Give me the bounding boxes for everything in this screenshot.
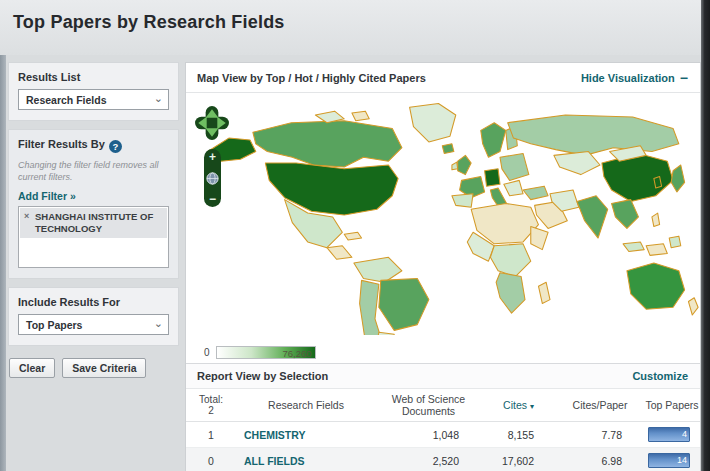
report-table: Total: 2 Research Fields Web of Science … [186,389,700,471]
filter-note: Changing the filter field removes all cu… [18,159,169,183]
clear-button[interactable]: Clear [9,358,55,378]
world-map[interactable] [200,95,700,335]
map-legend-gradient: 76,260 [216,346,316,359]
remove-filter-icon[interactable]: × [24,211,29,222]
results-list-section: Results List Research Fields ⌄ [8,62,179,121]
content-panel: Map View by Top / Hot / Highly Cited Pap… [185,62,701,471]
results-list-dropdown[interactable]: Research Fields ⌄ [18,89,169,110]
window-edge-left [0,55,6,471]
chevron-down-icon: ⌄ [154,319,163,327]
globe-icon[interactable] [206,172,219,185]
legend-max-value: 76,260 [283,348,312,359]
top-papers-value: 14 [677,455,687,465]
sidebar-buttons: Clear Save Criteria [8,354,179,378]
column-research-fields: Research Fields [236,399,376,411]
legend-min-value: 0 [204,347,210,358]
column-cites-per-paper: Cites/Paper [556,399,644,411]
top-papers-bar: 4 [648,427,690,442]
chevron-down-icon: ⌄ [154,94,163,102]
cites-value: 8,155 [481,429,556,441]
help-icon[interactable]: ? [109,140,122,153]
hide-visualization-link[interactable]: Hide Visualization − [581,70,688,86]
table-row: 0 ALL FIELDS 2,520 17,602 6.98 14 [186,448,700,471]
cites-value: 17,602 [481,455,556,467]
table-header-row: Total: 2 Research Fields Web of Science … [186,389,700,422]
active-filters-list: × SHANGHAI INSTITUTE OF TECHNOLOGY [18,206,169,268]
top-papers-value: 4 [682,429,687,439]
column-cites-sortable[interactable]: Cites ▾ [481,399,556,411]
include-results-label: Include Results For [18,296,169,308]
minus-icon: − [680,70,688,86]
add-filter-link[interactable]: Add Filter » [18,190,169,202]
research-field-link[interactable]: ALL FIELDS [236,455,376,467]
include-results-value: Top Papers [26,319,82,331]
row-number: 0 [186,455,236,467]
save-criteria-button[interactable]: Save Criteria [62,358,146,378]
results-list-value: Research Fields [26,94,107,106]
cites-per-paper-value: 7.78 [556,429,644,441]
window-edge-right [701,0,710,471]
sidebar: Results List Research Fields ⌄ Filter Re… [8,62,179,378]
map-legend: 0 76,260 [186,341,700,363]
report-header: Report View by Selection Customize [186,364,700,389]
research-field-link[interactable]: CHEMISTRY [236,429,376,441]
pan-compass-control[interactable] [194,105,230,141]
top-papers-bar: 14 [648,453,690,468]
zoom-out-button[interactable]: − [209,193,216,205]
filter-item[interactable]: × SHANGHAI INSTITUTE OF TECHNOLOGY [20,208,167,238]
filter-item-label: SHANGHAI INSTITUTE OF TECHNOLOGY [35,211,153,234]
column-top-papers: Top Papers [644,399,700,411]
customize-link[interactable]: Customize [632,370,688,382]
results-list-label: Results List [18,71,169,83]
page-header: Top Papers by Research Fields [0,0,710,55]
documents-value: 1,048 [376,429,481,441]
filter-label: Filter Results By [18,138,105,150]
sort-down-icon: ▾ [530,402,534,411]
map-area: + − [186,93,700,341]
include-results-section: Include Results For Top Papers ⌄ [8,287,179,346]
cites-per-paper-value: 6.98 [556,455,644,467]
map-title: Map View by Top / Hot / Highly Cited Pap… [197,72,426,84]
map-header: Map View by Top / Hot / Highly Cited Pap… [186,63,700,93]
page-title: Top Papers by Research Fields [13,12,710,33]
table-row: 1 CHEMISTRY 1,048 8,155 7.78 4 [186,422,700,448]
documents-value: 2,520 [376,455,481,467]
report-title: Report View by Selection [197,370,328,382]
filter-section: Filter Results By? Changing the filter f… [8,129,179,279]
column-total: Total: 2 [186,394,236,417]
column-wos-documents: Web of Science Documents [376,393,481,417]
row-number: 1 [186,429,236,441]
include-results-dropdown[interactable]: Top Papers ⌄ [18,314,169,335]
zoom-in-button[interactable]: + [209,151,216,163]
map-zoom-control[interactable]: + − [204,149,221,207]
